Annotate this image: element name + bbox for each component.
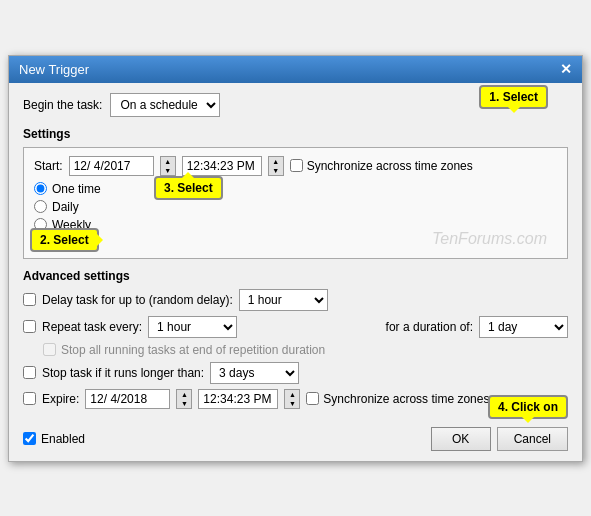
enabled-checkbox[interactable] — [23, 432, 36, 445]
radio-monthly[interactable]: Monthly — [34, 236, 557, 250]
expire-time-input[interactable] — [198, 389, 278, 409]
expire-time-spinner[interactable]: ▲ ▼ — [284, 389, 300, 409]
date-up-btn[interactable]: ▲ — [161, 157, 175, 166]
radio-one-time[interactable]: One time — [34, 182, 557, 196]
time-spinner[interactable]: ▲ ▼ — [268, 156, 284, 176]
cancel-button[interactable]: Cancel — [497, 427, 568, 451]
expire-date-spinner[interactable]: ▲ ▼ — [176, 389, 192, 409]
dialog-window: New Trigger ✕ Begin the task: On a sched… — [8, 55, 583, 462]
repeat-checkbox[interactable] — [23, 320, 36, 333]
expire-date-down-btn[interactable]: ▼ — [177, 399, 191, 408]
settings-box: Start: ▲ ▼ ▲ ▼ Synchronize across time z… — [23, 147, 568, 259]
time-up-btn[interactable]: ▲ — [269, 157, 283, 166]
enabled-label: Enabled — [41, 432, 85, 446]
repeat-select[interactable]: 1 hour 5 minutes 15 minutes 30 minutes — [148, 316, 237, 338]
stop-longer-select[interactable]: 3 days 30 minutes 1 hour 2 hours 4 hours… — [210, 362, 299, 384]
bottom-row: Enabled 4. Click on OK Cancel — [23, 419, 568, 451]
radio-daily[interactable]: Daily — [34, 200, 557, 214]
callout-3: 3. Select — [154, 176, 223, 200]
start-label: Start: — [34, 159, 63, 173]
expire-time-down-btn[interactable]: ▼ — [285, 399, 299, 408]
expire-date-input[interactable] — [85, 389, 170, 409]
stop-all-checkbox[interactable] — [43, 343, 56, 356]
settings-label: Settings — [23, 127, 568, 141]
delay-select[interactable]: 1 hour 30 minutes 2 hours — [239, 289, 328, 311]
close-button[interactable]: ✕ — [560, 62, 572, 76]
expire-sync-checkbox[interactable] — [306, 392, 319, 405]
expire-sync-label: Synchronize across time zones — [323, 392, 489, 406]
advanced-label: Advanced settings — [23, 269, 568, 283]
radio-group: One time Daily Weekly Monthly — [34, 182, 557, 250]
expire-time-up-btn[interactable]: ▲ — [285, 390, 299, 399]
radio-weekly[interactable]: Weekly — [34, 218, 557, 232]
delay-checkbox[interactable] — [23, 293, 36, 306]
sync-checkbox[interactable] — [290, 159, 303, 172]
expire-label: Expire: — [42, 392, 79, 406]
callout-2: 2. Select — [30, 228, 99, 252]
stop-all-row: Stop all running tasks at end of repetit… — [43, 343, 568, 357]
time-down-btn[interactable]: ▼ — [269, 166, 283, 175]
expire-date-up-btn[interactable]: ▲ — [177, 390, 191, 399]
expire-row: Expire: ▲ ▼ ▲ ▼ Synchronize across time … — [23, 389, 568, 409]
callout-4: 4. Click on — [488, 395, 568, 419]
stop-longer-checkbox[interactable] — [23, 366, 36, 379]
stop-longer-row: Stop task if it runs longer than: 3 days… — [23, 362, 568, 384]
repeat-label: Repeat task every: — [42, 320, 142, 334]
repeat-row: Repeat task every: 1 hour 5 minutes 15 m… — [23, 316, 568, 338]
date-spinner[interactable]: ▲ ▼ — [160, 156, 176, 176]
sync-row: Synchronize across time zones — [290, 159, 473, 173]
date-down-btn[interactable]: ▼ — [161, 166, 175, 175]
title-bar: New Trigger ✕ — [9, 56, 582, 83]
btn-group: OK Cancel — [431, 427, 568, 451]
stop-all-label: Stop all running tasks at end of repetit… — [61, 343, 325, 357]
start-row: Start: ▲ ▼ ▲ ▼ Synchronize across time z… — [34, 156, 557, 176]
dialog-title: New Trigger — [19, 62, 89, 77]
delay-label: Delay task for up to (random delay): — [42, 293, 233, 307]
sync-label: Synchronize across time zones — [307, 159, 473, 173]
ok-button[interactable]: OK — [431, 427, 491, 451]
begin-task-select[interactable]: On a schedule At log on At startup On id… — [110, 93, 220, 117]
begin-task-label: Begin the task: — [23, 98, 102, 112]
start-date-input[interactable] — [69, 156, 154, 176]
expire-sync-row: Synchronize across time zones — [306, 392, 489, 406]
begin-task-row: Begin the task: On a schedule At log on … — [23, 93, 568, 117]
enabled-row: Enabled — [23, 432, 85, 446]
stop-longer-label: Stop task if it runs longer than: — [42, 366, 204, 380]
duration-label: for a duration of: — [386, 320, 473, 334]
callout-1: 1. Select — [479, 85, 548, 109]
delay-row: Delay task for up to (random delay): 1 h… — [23, 289, 568, 311]
dialog-body: Begin the task: On a schedule At log on … — [9, 83, 582, 461]
advanced-section: Advanced settings Delay task for up to (… — [23, 269, 568, 409]
duration-select[interactable]: 1 day 15 minutes 30 minutes 1 hour 12 ho… — [479, 316, 568, 338]
expire-checkbox[interactable] — [23, 392, 36, 405]
